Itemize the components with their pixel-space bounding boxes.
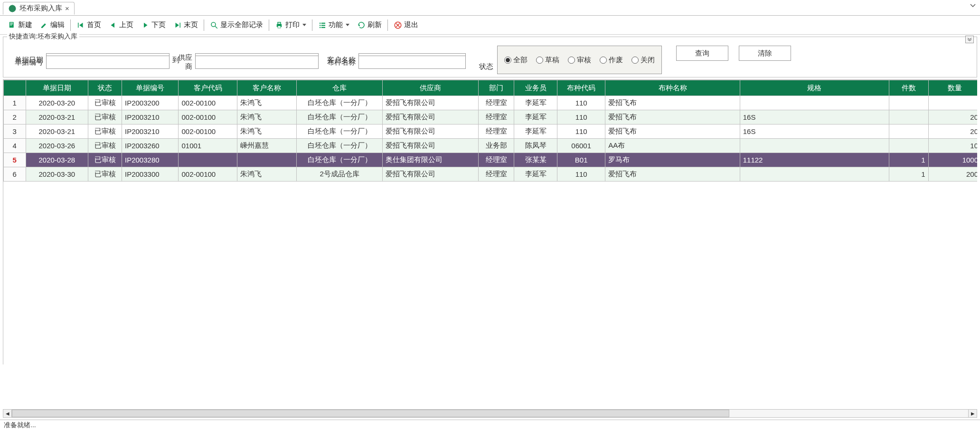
function-button[interactable]: 功能 [314, 19, 353, 30]
svg-rect-19 [321, 22, 325, 23]
cell-ccode: 002-00100 [179, 125, 237, 139]
cell-date: 2020-03-20 [26, 96, 88, 110]
cell-qty [928, 96, 977, 110]
bill-no-input[interactable] [46, 56, 170, 69]
cell-st: 已审核 [88, 125, 122, 139]
exit-button[interactable]: 退出 [390, 19, 422, 30]
cell-date: 2020-03-28 [26, 153, 88, 167]
cell-dept: 经理室 [479, 167, 514, 182]
show-all-button[interactable]: 显示全部记录 [206, 19, 267, 30]
cell-qty: 20 [928, 110, 977, 125]
next-page-button[interactable]: 下页 [137, 19, 170, 30]
cell-sales: 李延军 [514, 110, 557, 125]
cell-dept: 业务部 [479, 139, 514, 153]
table-row[interactable]: 62020-03-30已审核IP2003300002-00100朱鸿飞2号成品仓… [4, 167, 978, 182]
column-header[interactable]: 客户名称 [237, 80, 297, 96]
cell-no: IP2003260 [122, 139, 179, 153]
cell-wh: 白坯仓库（一分厂） [297, 125, 382, 139]
svg-marker-10 [144, 22, 148, 28]
label-fabric-name: 布种名称 [321, 58, 356, 67]
fabric-name-input[interactable] [358, 56, 466, 69]
column-header[interactable]: 规格 [740, 80, 889, 96]
svg-point-13 [211, 22, 216, 27]
cell-sup: 爱招飞有限公司 [382, 167, 478, 182]
prev-page-button[interactable]: 上页 [105, 19, 137, 30]
column-header[interactable]: 数量 [928, 80, 977, 96]
scroll-left-button[interactable]: ◂ [3, 410, 12, 417]
svg-marker-9 [111, 22, 115, 28]
column-header[interactable]: 仓库 [297, 80, 382, 96]
cell-wh: 白坯仓库（一分厂） [297, 96, 382, 110]
tab-overflow[interactable] [970, 3, 976, 8]
cell-wh: 白坯仓库（一分厂） [297, 153, 382, 167]
grid: 单据日期状态单据编号客户代码客户名称仓库供应商部门业务员布种代码布种名称规格件数… [3, 79, 977, 364]
column-header[interactable]: 单据日期 [26, 80, 88, 96]
table-row[interactable]: 42020-03-26已审核IP200326001001嵊州嘉慧白坯仓库（一分厂… [4, 139, 978, 153]
cell-sales: 陈凤琴 [514, 139, 557, 153]
svg-rect-6 [10, 25, 12, 25]
svg-rect-22 [320, 27, 320, 28]
table-row[interactable]: 52020-03-28已审核IP2003280白坯仓库（一分厂）奥仕集团有限公司… [4, 153, 978, 167]
column-header[interactable]: 单据编号 [122, 80, 179, 96]
cell-pcs [889, 139, 928, 153]
svg-rect-18 [320, 22, 320, 23]
table-row[interactable]: 22020-03-21已审核IP2003210002-00100朱鸿飞白坯仓库（… [4, 110, 978, 125]
column-header[interactable]: 部门 [479, 80, 514, 96]
svg-rect-17 [278, 26, 281, 28]
scroll-track[interactable] [12, 410, 968, 417]
column-header[interactable]: 客户代码 [179, 80, 237, 96]
cell-st: 已审核 [88, 139, 122, 153]
cell-qty: 1000 [928, 153, 977, 167]
cell-n: 4 [4, 139, 26, 153]
scroll-right-button[interactable]: ▸ [968, 410, 977, 417]
collapse-button[interactable] [965, 36, 974, 43]
table-row[interactable]: 32020-03-21已审核IP2003210002-00100朱鸿飞白坯仓库（… [4, 125, 978, 139]
tab-active[interactable]: 坯布采购入库 × [3, 2, 75, 15]
edit-button[interactable]: 编辑 [36, 19, 68, 30]
cell-pcs [889, 96, 928, 110]
cell-st: 已审核 [88, 153, 122, 167]
column-header[interactable] [4, 80, 26, 96]
last-page-button[interactable]: 末页 [170, 19, 202, 30]
table-row[interactable]: 12020-03-20已审核IP2003200002-00100朱鸿飞白坯仓库（… [4, 96, 978, 110]
cell-cname [237, 153, 297, 167]
cell-sup: 爱招飞有限公司 [382, 125, 478, 139]
column-header[interactable]: 布种代码 [557, 80, 605, 96]
label-bill-no: 单据编号 [9, 58, 43, 67]
svg-rect-5 [10, 24, 13, 24]
cell-no: IP2003210 [122, 110, 179, 125]
cell-fname: 爱招飞布 [605, 110, 740, 125]
column-header[interactable]: 状态 [88, 80, 122, 96]
cell-spec [740, 139, 889, 153]
cell-wh: 白坯仓库（一分厂） [297, 110, 382, 125]
column-header[interactable]: 件数 [889, 80, 928, 96]
cell-dept: 经理室 [479, 153, 514, 167]
cell-qty: 20 [928, 125, 977, 139]
new-button[interactable]: 新建 [4, 19, 36, 30]
new-icon [8, 21, 16, 29]
column-header[interactable]: 业务员 [514, 80, 557, 96]
scroll-thumb[interactable] [12, 410, 729, 417]
supplier-input[interactable] [195, 56, 319, 69]
svg-rect-7 [78, 22, 79, 28]
list-icon [318, 21, 327, 29]
cell-no: IP2003300 [122, 167, 179, 182]
cell-fname: 爱招飞布 [605, 96, 740, 110]
cell-cname: 朱鸿飞 [237, 110, 297, 125]
print-icon [275, 21, 283, 29]
refresh-button[interactable]: 刷新 [353, 19, 386, 30]
first-page-button[interactable]: 首页 [73, 19, 105, 30]
column-header[interactable]: 供应商 [382, 80, 478, 96]
cell-sales: 李延军 [514, 96, 557, 110]
tab-close-icon[interactable]: × [65, 4, 69, 12]
print-button[interactable]: 打印 [271, 19, 310, 30]
cell-st: 已审核 [88, 167, 122, 182]
cell-fname: AA布 [605, 139, 740, 153]
search-icon [210, 21, 218, 29]
column-header[interactable]: 布种名称 [605, 80, 740, 96]
horizontal-scrollbar[interactable]: ◂ ▸ [3, 409, 977, 418]
cell-dept: 经理室 [479, 125, 514, 139]
cell-fcode: 06001 [557, 139, 605, 153]
cell-date: 2020-03-21 [26, 125, 88, 139]
separator [312, 19, 312, 31]
